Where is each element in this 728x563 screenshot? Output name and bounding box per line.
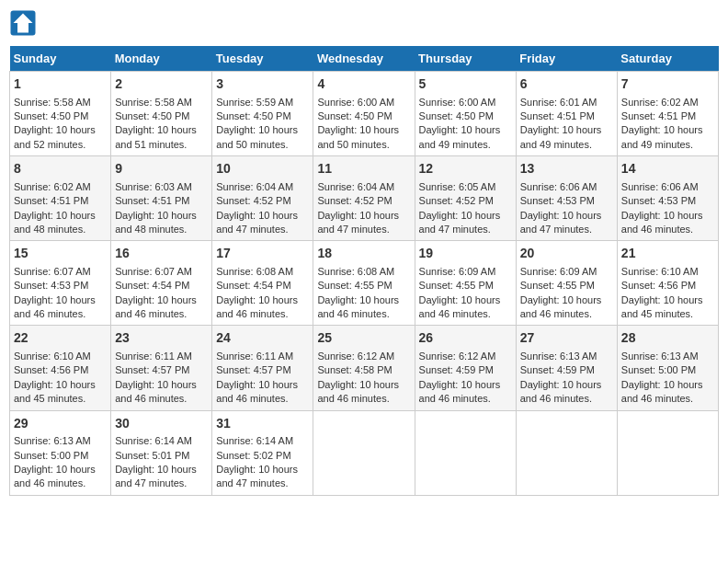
day-info: Sunrise: 6:04 AM Sunset: 4:52 PM Dayligh…	[317, 181, 399, 235]
day-number: 7	[621, 75, 714, 94]
week-row-4: 22Sunrise: 6:10 AM Sunset: 4:56 PM Dayli…	[10, 326, 719, 410]
cell-3-1: 15Sunrise: 6:07 AM Sunset: 4:53 PM Dayli…	[10, 241, 111, 326]
day-number: 12	[419, 160, 512, 178]
cell-3-7: 21Sunrise: 6:10 AM Sunset: 4:56 PM Dayli…	[617, 241, 718, 326]
day-number: 2	[115, 75, 208, 94]
cell-1-3: 3Sunrise: 5:59 AM Sunset: 4:50 PM Daylig…	[212, 72, 313, 156]
cell-1-7: 7Sunrise: 6:02 AM Sunset: 4:51 PM Daylig…	[617, 72, 718, 156]
day-info: Sunrise: 6:00 AM Sunset: 4:50 PM Dayligh…	[419, 97, 501, 150]
day-number: 4	[317, 75, 410, 94]
day-info: Sunrise: 6:10 AM Sunset: 4:56 PM Dayligh…	[621, 266, 703, 319]
day-number: 11	[317, 160, 410, 178]
day-number: 19	[419, 245, 512, 263]
cell-5-4	[313, 410, 415, 495]
day-number: 27	[520, 329, 613, 348]
cell-3-6: 20Sunrise: 6:09 AM Sunset: 4:55 PM Dayli…	[516, 241, 617, 326]
cell-1-2: 2Sunrise: 5:58 AM Sunset: 4:50 PM Daylig…	[111, 72, 212, 156]
cell-1-4: 4Sunrise: 6:00 AM Sunset: 4:50 PM Daylig…	[313, 72, 415, 156]
cell-2-3: 10Sunrise: 6:04 AM Sunset: 4:52 PM Dayli…	[212, 156, 313, 241]
calendar-header-row: SundayMondayTuesdayWednesdayThursdayFrid…	[10, 46, 719, 72]
cell-4-1: 22Sunrise: 6:10 AM Sunset: 4:56 PM Dayli…	[10, 326, 111, 410]
cell-4-6: 27Sunrise: 6:13 AM Sunset: 4:59 PM Dayli…	[516, 326, 617, 410]
day-number: 10	[216, 160, 309, 178]
day-info: Sunrise: 6:13 AM Sunset: 4:59 PM Dayligh…	[520, 350, 602, 404]
calendar-table: SundayMondayTuesdayWednesdayThursdayFrid…	[9, 46, 719, 496]
day-number: 5	[419, 75, 512, 94]
day-number: 21	[621, 245, 714, 263]
day-number: 22	[14, 329, 107, 348]
day-number: 24	[216, 329, 309, 348]
day-info: Sunrise: 5:58 AM Sunset: 4:50 PM Dayligh…	[14, 97, 96, 150]
day-number: 23	[115, 329, 208, 348]
day-info: Sunrise: 6:09 AM Sunset: 4:55 PM Dayligh…	[520, 266, 602, 319]
cell-5-1: 29Sunrise: 6:13 AM Sunset: 5:00 PM Dayli…	[10, 410, 111, 495]
cell-4-4: 25Sunrise: 6:12 AM Sunset: 4:58 PM Dayli…	[313, 326, 415, 410]
cell-1-1: 1Sunrise: 5:58 AM Sunset: 4:50 PM Daylig…	[10, 72, 111, 156]
cell-4-7: 28Sunrise: 6:13 AM Sunset: 5:00 PM Dayli…	[617, 326, 718, 410]
day-number: 30	[115, 415, 208, 433]
cell-5-2: 30Sunrise: 6:14 AM Sunset: 5:01 PM Dayli…	[111, 410, 212, 495]
day-info: Sunrise: 6:13 AM Sunset: 5:00 PM Dayligh…	[621, 350, 703, 404]
cell-2-1: 8Sunrise: 6:02 AM Sunset: 4:51 PM Daylig…	[10, 156, 111, 241]
page-header	[9, 9, 719, 37]
day-number: 28	[621, 329, 714, 348]
day-info: Sunrise: 6:06 AM Sunset: 4:53 PM Dayligh…	[621, 181, 703, 235]
day-info: Sunrise: 6:06 AM Sunset: 4:53 PM Dayligh…	[520, 181, 602, 235]
day-number: 13	[520, 160, 613, 178]
week-row-5: 29Sunrise: 6:13 AM Sunset: 5:00 PM Dayli…	[10, 410, 719, 495]
cell-2-2: 9Sunrise: 6:03 AM Sunset: 4:51 PM Daylig…	[111, 156, 212, 241]
day-number: 9	[115, 160, 208, 178]
day-info: Sunrise: 6:08 AM Sunset: 4:55 PM Dayligh…	[317, 266, 399, 319]
header-tuesday: Tuesday	[212, 46, 313, 72]
day-number: 20	[520, 245, 613, 263]
day-number: 29	[14, 415, 107, 433]
cell-4-2: 23Sunrise: 6:11 AM Sunset: 4:57 PM Dayli…	[111, 326, 212, 410]
day-number: 31	[216, 415, 309, 433]
cell-2-6: 13Sunrise: 6:06 AM Sunset: 4:53 PM Dayli…	[516, 156, 617, 241]
day-info: Sunrise: 6:00 AM Sunset: 4:50 PM Dayligh…	[317, 97, 399, 150]
day-info: Sunrise: 6:09 AM Sunset: 4:55 PM Dayligh…	[419, 266, 501, 319]
cell-3-5: 19Sunrise: 6:09 AM Sunset: 4:55 PM Dayli…	[415, 241, 516, 326]
day-info: Sunrise: 5:58 AM Sunset: 4:50 PM Dayligh…	[115, 97, 197, 150]
day-info: Sunrise: 6:11 AM Sunset: 4:57 PM Dayligh…	[216, 350, 298, 404]
day-number: 16	[115, 245, 208, 263]
header-friday: Friday	[516, 46, 617, 72]
day-number: 25	[317, 329, 410, 348]
day-info: Sunrise: 5:59 AM Sunset: 4:50 PM Dayligh…	[216, 97, 298, 150]
cell-5-3: 31Sunrise: 6:14 AM Sunset: 5:02 PM Dayli…	[212, 410, 313, 495]
header-saturday: Saturday	[617, 46, 718, 72]
header-monday: Monday	[111, 46, 212, 72]
day-number: 18	[317, 245, 410, 263]
day-number: 8	[14, 160, 107, 178]
day-info: Sunrise: 6:03 AM Sunset: 4:51 PM Dayligh…	[115, 181, 197, 235]
day-number: 17	[216, 245, 309, 263]
day-info: Sunrise: 6:04 AM Sunset: 4:52 PM Dayligh…	[216, 181, 298, 235]
cell-4-5: 26Sunrise: 6:12 AM Sunset: 4:59 PM Dayli…	[415, 326, 516, 410]
week-row-2: 8Sunrise: 6:02 AM Sunset: 4:51 PM Daylig…	[10, 156, 719, 241]
day-number: 15	[14, 245, 107, 263]
calendar-body: 1Sunrise: 5:58 AM Sunset: 4:50 PM Daylig…	[10, 72, 719, 496]
day-info: Sunrise: 6:11 AM Sunset: 4:57 PM Dayligh…	[115, 350, 197, 404]
cell-2-7: 14Sunrise: 6:06 AM Sunset: 4:53 PM Dayli…	[617, 156, 718, 241]
cell-1-6: 6Sunrise: 6:01 AM Sunset: 4:51 PM Daylig…	[516, 72, 617, 156]
day-info: Sunrise: 6:05 AM Sunset: 4:52 PM Dayligh…	[419, 181, 501, 235]
day-info: Sunrise: 6:01 AM Sunset: 4:51 PM Dayligh…	[520, 97, 602, 150]
cell-2-4: 11Sunrise: 6:04 AM Sunset: 4:52 PM Dayli…	[313, 156, 415, 241]
cell-3-4: 18Sunrise: 6:08 AM Sunset: 4:55 PM Dayli…	[313, 241, 415, 326]
day-number: 26	[419, 329, 512, 348]
cell-3-3: 17Sunrise: 6:08 AM Sunset: 4:54 PM Dayli…	[212, 241, 313, 326]
cell-4-3: 24Sunrise: 6:11 AM Sunset: 4:57 PM Dayli…	[212, 326, 313, 410]
cell-5-7	[617, 410, 718, 495]
header-wednesday: Wednesday	[313, 46, 415, 72]
day-number: 6	[520, 75, 613, 94]
day-info: Sunrise: 6:02 AM Sunset: 4:51 PM Dayligh…	[621, 97, 703, 150]
week-row-3: 15Sunrise: 6:07 AM Sunset: 4:53 PM Dayli…	[10, 241, 719, 326]
day-info: Sunrise: 6:13 AM Sunset: 5:00 PM Dayligh…	[14, 435, 96, 488]
day-info: Sunrise: 6:07 AM Sunset: 4:54 PM Dayligh…	[115, 266, 197, 319]
day-info: Sunrise: 6:10 AM Sunset: 4:56 PM Dayligh…	[14, 350, 96, 404]
day-info: Sunrise: 6:07 AM Sunset: 4:53 PM Dayligh…	[14, 266, 96, 319]
day-number: 14	[621, 160, 714, 178]
header-sunday: Sunday	[10, 46, 111, 72]
day-number: 1	[14, 75, 107, 94]
cell-2-5: 12Sunrise: 6:05 AM Sunset: 4:52 PM Dayli…	[415, 156, 516, 241]
